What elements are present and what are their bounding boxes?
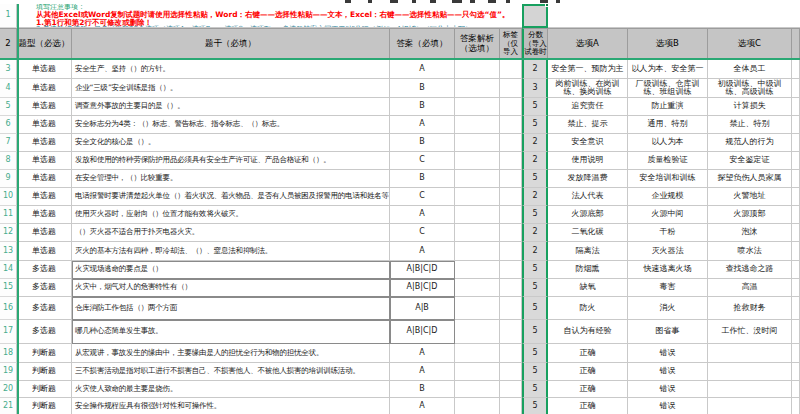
cell-tag[interactable] — [500, 206, 522, 224]
cell-analysis[interactable] — [455, 320, 500, 344]
row-header[interactable]: 14 — [0, 261, 17, 279]
cell-score[interactable]: 5 — [522, 261, 548, 279]
column-header-analysis[interactable]: 答案解析（选填） — [455, 28, 500, 60]
cell-score[interactable]: 5 — [522, 398, 548, 414]
row-header[interactable]: 19 — [0, 363, 17, 381]
cell-option-c[interactable]: 探望负伤人员家属 — [708, 170, 792, 188]
cell-option-c[interactable] — [708, 344, 792, 363]
column-header-option-b[interactable]: 选项B — [628, 28, 708, 60]
cell-tag[interactable] — [500, 98, 522, 116]
cell-option-a[interactable]: 防火 — [548, 297, 628, 320]
cell-option-c[interactable] — [708, 398, 792, 414]
selected-cell-f1[interactable] — [522, 4, 548, 28]
cell-option-c[interactable]: 禁止、特别 — [708, 116, 792, 134]
cell-answer[interactable]: C — [390, 188, 455, 206]
cell-analysis[interactable] — [455, 116, 500, 134]
cell-type[interactable]: 判断题 — [17, 381, 72, 398]
cell-option-c[interactable]: 查找逃命之路 — [708, 261, 792, 279]
cell-option-c[interactable]: 规范人的行为 — [708, 134, 792, 152]
cell-answer[interactable]: A|B — [390, 297, 455, 320]
instructions-cell[interactable]: 填写注意事项： 从其他Excel或Word复制试题时请使用选择性粘贴，Word：… — [17, 4, 800, 28]
cell-option-a[interactable]: 使用说明 — [548, 152, 628, 170]
row-header[interactable]: 10 — [0, 188, 17, 206]
cell-answer[interactable]: C — [390, 152, 455, 170]
cell-type[interactable]: 单选题 — [17, 224, 72, 242]
cell-analysis[interactable] — [455, 60, 500, 79]
cell-option-c[interactable]: 火警地址 — [708, 188, 792, 206]
cell-option-a[interactable]: 安全第一、预防为主 — [548, 60, 628, 79]
cell-answer[interactable]: A — [390, 60, 455, 79]
cell-option-a[interactable]: 正确 — [548, 344, 628, 363]
row-header[interactable]: 5 — [0, 98, 17, 116]
cell-answer[interactable]: B — [390, 79, 455, 98]
cell-score[interactable]: 2 — [522, 242, 548, 261]
cell-answer[interactable]: A — [390, 242, 455, 261]
cell-analysis[interactable] — [455, 224, 500, 242]
cell-analysis[interactable] — [455, 261, 500, 279]
cell-answer[interactable]: B — [390, 98, 455, 116]
cell-option-c[interactable] — [708, 363, 792, 381]
column-header-score[interactable]: 分数（导入试卷时 — [522, 28, 548, 60]
row-header[interactable]: 15 — [0, 279, 17, 297]
cell-option-c[interactable]: 喷水法 — [708, 242, 792, 261]
cell-tag[interactable] — [500, 188, 522, 206]
cell-option-b[interactable]: 通用、特别 — [628, 116, 708, 134]
cell-option-c[interactable]: 抢救财务 — [708, 297, 792, 320]
cell-type[interactable]: 多选题 — [17, 297, 72, 320]
cell-tag[interactable] — [500, 381, 522, 398]
cell-option-b[interactable]: 以人为本、安全第一 — [628, 60, 708, 79]
cell-option-b[interactable]: 错误 — [628, 381, 708, 398]
cell-type[interactable]: 单选题 — [17, 152, 72, 170]
selection-fill-handle[interactable] — [545, 3, 549, 7]
cell-question[interactable]: 安全操作规程应具有很强针对性和可操作性。 — [72, 398, 390, 414]
cell-tag[interactable] — [500, 170, 522, 188]
cell-type[interactable]: 判断题 — [17, 344, 72, 363]
cell-tag[interactable] — [500, 344, 522, 363]
cell-question[interactable]: 电话报警时要讲清楚起火单位（）着火状况、着火物品、是否有人员被困及报警用的电话和… — [72, 188, 390, 206]
cell-tag[interactable] — [500, 79, 522, 98]
cell-question[interactable]: 安全文化的核心是（）。 — [72, 134, 390, 152]
cell-analysis[interactable] — [455, 242, 500, 261]
cell-option-c[interactable]: 安全鉴定证 — [708, 152, 792, 170]
cell-option-a[interactable]: 追究责任 — [548, 98, 628, 116]
row-header[interactable]: 11 — [0, 206, 17, 224]
cell-score[interactable]: 5 — [522, 320, 548, 344]
cell-option-c[interactable]: 初级训练、中级训练、高级训练 — [708, 79, 792, 98]
cell-score[interactable]: 2 — [522, 188, 548, 206]
cell-option-a[interactable]: 缺氧 — [548, 279, 628, 297]
cell-answer[interactable]: A|B|C|D — [390, 261, 455, 279]
cell-option-a[interactable]: 禁止、提示 — [548, 116, 628, 134]
cell-score[interactable]: 5 — [522, 170, 548, 188]
cell-option-b[interactable]: 质量检验证 — [628, 152, 708, 170]
row-header[interactable]: 18 — [0, 344, 17, 363]
cell-option-b[interactable]: 毒害 — [628, 279, 708, 297]
cell-option-b[interactable]: 防止重演 — [628, 98, 708, 116]
cell-answer[interactable]: A — [390, 116, 455, 134]
cell-option-a[interactable]: 二氧化碳 — [548, 224, 628, 242]
cell-analysis[interactable] — [455, 98, 500, 116]
cell-analysis[interactable] — [455, 381, 500, 398]
row-header[interactable]: 16 — [0, 297, 17, 320]
cell-analysis[interactable] — [455, 344, 500, 363]
cell-option-a[interactable]: 发放降温费 — [548, 170, 628, 188]
row-header[interactable]: 12 — [0, 224, 17, 242]
cell-option-a[interactable]: 隔离法 — [548, 242, 628, 261]
row-header[interactable]: 3 — [0, 60, 17, 79]
cell-question[interactable]: 火灾使人致命的最主要是烧伤。 — [72, 381, 390, 398]
cell-option-b[interactable]: 图省事 — [628, 320, 708, 344]
cell-answer[interactable]: A|B|C|D — [390, 279, 455, 297]
cell-type[interactable]: 单选题 — [17, 170, 72, 188]
row-header[interactable]: 6 — [0, 116, 17, 134]
cell-option-b[interactable]: 厂级训练、仓库训练、班组训练 — [628, 79, 708, 98]
row-header[interactable]: 4 — [0, 79, 17, 98]
cell-analysis[interactable] — [455, 363, 500, 381]
cell-type[interactable]: 单选题 — [17, 242, 72, 261]
cell-option-b[interactable]: 企业规模 — [628, 188, 708, 206]
cell-option-c[interactable] — [708, 381, 792, 398]
cell-tag[interactable] — [500, 60, 522, 79]
cell-option-b[interactable]: 错误 — [628, 363, 708, 381]
cell-tag[interactable] — [500, 320, 522, 344]
cell-type[interactable]: 单选题 — [17, 188, 72, 206]
cell-question[interactable]: 安全标志分为4类：（）标志、警告标志、指令标志、（）标志。 — [72, 116, 390, 134]
cell-question[interactable]: 使用灭火器时，应射向（）位置才能有效将火破灭。 — [72, 206, 390, 224]
